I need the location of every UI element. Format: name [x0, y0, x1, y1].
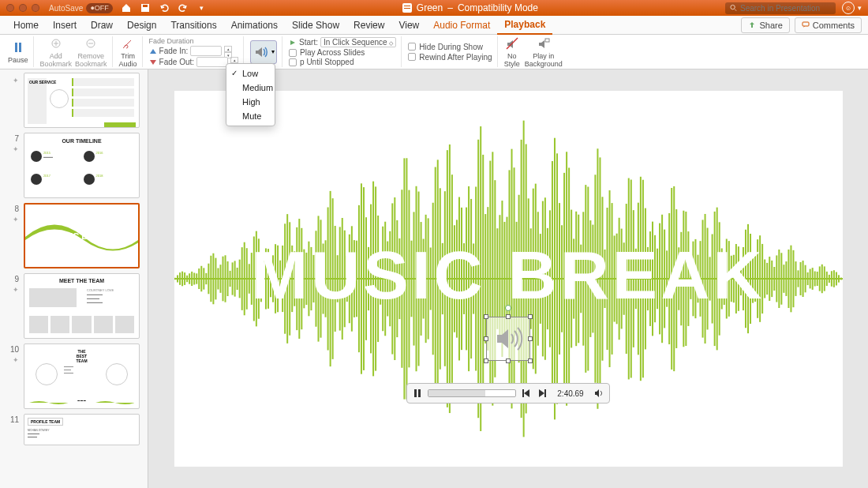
- tab-animations[interactable]: Animations: [224, 17, 285, 34]
- fade-in-icon: [149, 47, 157, 54]
- home-icon[interactable]: [121, 2, 132, 13]
- star-icon: ✦: [13, 356, 19, 364]
- start-select[interactable]: In Click Sequence ◇: [320, 37, 396, 47]
- volume-item-low[interactable]: Low: [226, 66, 275, 81]
- resize-handle[interactable]: [528, 314, 533, 319]
- player-next[interactable]: [537, 389, 548, 397]
- volume-item-mute[interactable]: Mute: [226, 109, 275, 123]
- window-close[interactable]: [6, 4, 14, 12]
- tab-home[interactable]: Home: [6, 17, 46, 34]
- fade-out-input[interactable]: [196, 57, 228, 67]
- svg-rect-295: [418, 389, 421, 397]
- comments-button[interactable]: Comments: [795, 17, 862, 33]
- trim-audio-button[interactable]: Trim Audio: [119, 36, 137, 68]
- volume-item-high[interactable]: High: [226, 95, 275, 109]
- player-volume[interactable]: [593, 389, 604, 398]
- volume-dropdown[interactable]: ▾: [250, 40, 277, 64]
- remove-bookmark-button[interactable]: Remove Bookmark: [75, 36, 107, 68]
- slide-title: MUSIC BREAK: [174, 236, 843, 314]
- undo-icon[interactable]: [159, 2, 170, 13]
- comment-icon: [802, 21, 810, 29]
- play-across-check[interactable]: Play Across Slides: [289, 48, 365, 57]
- share-icon: [748, 21, 756, 29]
- rotate-handle[interactable]: [505, 305, 511, 311]
- tab-audio-format[interactable]: Audio Format: [426, 17, 497, 34]
- resize-handle[interactable]: [506, 358, 511, 363]
- hide-during-check[interactable]: Hide During Show: [408, 43, 483, 51]
- user-avatar[interactable]: ☺: [842, 2, 855, 14]
- play-icon: [289, 39, 297, 47]
- thumb-slide-10[interactable]: THE BEST TEAM ▬▬▬▬▬▬▬▬▬▬▬ ▬ ▬ ▬: [24, 343, 140, 409]
- fade-in-spinner[interactable]: ▴▾: [224, 46, 232, 56]
- customize-quick-access[interactable]: ▾: [196, 2, 208, 13]
- search-input[interactable]: [725, 2, 836, 14]
- thumb-slide-8[interactable]: MUSIC BREAK: [24, 203, 140, 268]
- thumb-slide[interactable]: OUR SERVICE: [24, 73, 140, 128]
- redo-icon[interactable]: [178, 2, 189, 13]
- doc-name: Green: [417, 2, 443, 13]
- star-icon: ✦: [13, 286, 19, 294]
- pause-button[interactable]: Pause: [8, 39, 28, 64]
- fade-in-input[interactable]: [190, 46, 222, 56]
- svg-rect-7: [803, 22, 809, 26]
- rewind-check[interactable]: Rewind After Playing: [408, 53, 492, 62]
- tab-view[interactable]: View: [391, 17, 426, 34]
- user-dropdown-icon[interactable]: ▾: [858, 4, 862, 12]
- add-bookmark-button[interactable]: Add Bookmark: [40, 36, 73, 68]
- window-minimize[interactable]: [19, 4, 27, 12]
- chevron-down-icon: ▾: [271, 48, 275, 55]
- tab-review[interactable]: Review: [346, 17, 391, 34]
- thumb-row: 8✦ MUSIC BREAK: [8, 203, 140, 268]
- thumb-slide-11[interactable]: PROFILE TEAM MICHAEL DOWNEY▬▬▬▬▬▬▬▬▬: [24, 414, 140, 445]
- player-pause[interactable]: [412, 389, 423, 397]
- tab-slideshow[interactable]: Slide Show: [285, 17, 346, 34]
- play-background-button[interactable]: Play in Background: [525, 36, 563, 68]
- svg-rect-9: [19, 43, 21, 52]
- tab-transitions[interactable]: Transitions: [163, 17, 223, 34]
- fade-in-row: Fade In: ▴▾: [149, 46, 233, 56]
- loop-check[interactable]: p Until Stopped: [289, 58, 354, 66]
- resize-handle[interactable]: [528, 336, 533, 341]
- speaker-icon: [492, 323, 524, 355]
- player-prev[interactable]: [521, 389, 532, 397]
- star-icon: ✦: [13, 216, 19, 223]
- doc-mode: Compatibility Mode: [458, 2, 538, 13]
- search-icon: [730, 4, 737, 12]
- volume-icon: [253, 43, 271, 62]
- resize-handle[interactable]: [484, 336, 488, 341]
- save-icon[interactable]: [140, 2, 151, 13]
- audio-object[interactable]: [486, 317, 530, 361]
- autosave-toggle[interactable]: AutoSave ● OFF: [49, 3, 113, 13]
- ribbon-playback: Pause Add Bookmark Remove Bookmark Trim …: [0, 35, 868, 69]
- thumb-row: 10✦ THE BEST TEAM ▬▬▬▬▬▬▬▬▬▬▬ ▬ ▬ ▬: [8, 343, 140, 409]
- current-slide[interactable]: MUSIC BREAK 2:: [174, 91, 843, 467]
- window-controls: [6, 4, 39, 12]
- svg-rect-1: [143, 5, 148, 7]
- player-time: 2:40.69: [552, 389, 589, 398]
- share-button[interactable]: Share: [741, 17, 789, 33]
- slide-editor[interactable]: MUSIC BREAK 2:: [148, 69, 868, 488]
- tab-design[interactable]: Design: [120, 17, 163, 34]
- svg-rect-296: [522, 389, 524, 397]
- resize-handle[interactable]: [528, 358, 533, 363]
- autosave-state: ● OFF: [86, 3, 112, 13]
- resize-handle[interactable]: [484, 314, 488, 319]
- window-zoom[interactable]: [32, 4, 39, 12]
- fade-out-icon: [149, 58, 157, 66]
- thumbnail-panel[interactable]: ✦ OUR SERVICE 7✦ OUR TIMELINE 2015: [0, 69, 148, 488]
- quick-access: ▾: [121, 2, 208, 13]
- resize-handle[interactable]: [484, 358, 488, 363]
- svg-rect-8: [15, 43, 17, 52]
- no-style-button[interactable]: No Style: [504, 36, 520, 68]
- thumb-slide-9[interactable]: MEET THE TEAM COURTNEY LOVE▬▬▬▬▬▬▬▬▬▬▬▬▬…: [24, 273, 140, 339]
- resize-handle[interactable]: [506, 314, 511, 319]
- volume-item-medium[interactable]: Medium: [226, 81, 275, 95]
- tab-insert[interactable]: Insert: [46, 17, 84, 34]
- titlebar: AutoSave ● OFF ▾ Green – Compatibility M…: [0, 0, 868, 16]
- tab-draw[interactable]: Draw: [84, 17, 120, 34]
- thumb-slide-7[interactable]: OUR TIMELINE 2015▬▬▬ 2016 2017 2018: [24, 133, 140, 198]
- player-track[interactable]: [428, 389, 516, 397]
- svg-rect-13: [545, 39, 549, 42]
- search-field[interactable]: [740, 4, 831, 13]
- tab-playback[interactable]: Playback: [497, 16, 552, 35]
